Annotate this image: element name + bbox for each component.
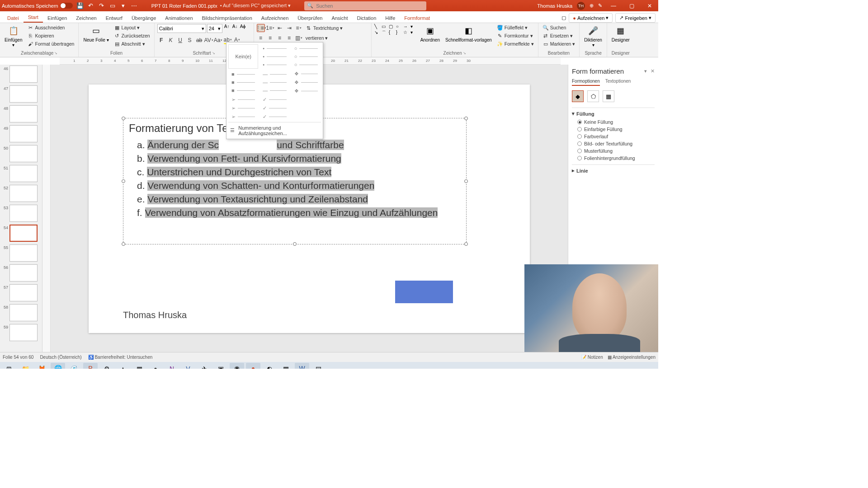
dictate-button[interactable]: 🎤Diktieren▾: [582, 24, 604, 48]
fill-slidebg-radio[interactable]: Folienhintergrundfüllung: [572, 155, 655, 162]
thumbnail-slide-48[interactable]: 48: [1, 105, 41, 122]
slide-author-text[interactable]: Thomas Hruska: [123, 310, 187, 320]
thumbnail-slide-47[interactable]: 47: [1, 85, 41, 103]
telegram-icon[interactable]: ✈: [197, 363, 212, 369]
tab-animations[interactable]: Animationen: [160, 14, 197, 23]
resize-handle-w[interactable]: [122, 179, 125, 183]
save-icon[interactable]: 💾: [76, 2, 84, 9]
thumbnail-slide-53[interactable]: 53: [1, 205, 41, 222]
clear-format-icon[interactable]: Aϕ: [240, 24, 247, 33]
resize-handle-se[interactable]: [464, 242, 468, 246]
shape-more-icon[interactable]: ▾: [410, 24, 417, 29]
thumbnail-slide-55[interactable]: 55: [1, 244, 41, 262]
bullet-option-disc[interactable]: •••: [259, 44, 289, 69]
numbering-button[interactable]: 1≡: [266, 24, 274, 32]
tab-shape-format[interactable]: Formformat: [400, 14, 434, 23]
shape-arrow-icon[interactable]: →: [403, 24, 410, 29]
shape-outline-button[interactable]: ✎Formkontur ▾: [495, 32, 535, 39]
bullet-option-none[interactable]: Kein(e): [228, 44, 258, 69]
quick-styles-button[interactable]: ◧Schnellformat-vorlagen: [443, 24, 494, 43]
thumbnail-slide-54[interactable]: 54: [1, 225, 41, 242]
increase-font-icon[interactable]: A↑: [223, 24, 231, 33]
shadow-button[interactable]: S: [186, 36, 194, 44]
qat-overflow-icon[interactable]: ⋯: [131, 2, 138, 9]
maximize-button[interactable]: ▢: [625, 3, 638, 9]
app-icon-3[interactable]: ●: [148, 363, 163, 369]
shape-fill-button[interactable]: 🪣Fülleffekt ▾: [495, 24, 535, 31]
tab-help[interactable]: Hilfe: [381, 14, 400, 23]
decrease-font-icon[interactable]: A↓: [231, 24, 239, 33]
format-painter-button[interactable]: 🖌Format übertragen: [26, 40, 75, 47]
strike-button[interactable]: ab: [195, 36, 203, 44]
section-button[interactable]: ▤Abschnitt ▾: [113, 40, 151, 47]
fill-solid-radio[interactable]: Einfarbige Füllung: [572, 126, 655, 133]
explorer-icon[interactable]: 📁: [18, 363, 33, 369]
recording-icon[interactable]: ●: [246, 363, 260, 369]
shape-line2-icon[interactable]: ↘: [374, 30, 381, 36]
bullet-option-square[interactable]: ■■■: [228, 70, 258, 94]
find-button[interactable]: 🔍Suchen: [541, 24, 577, 31]
share-button[interactable]: ↗Freigeben▾: [615, 13, 656, 23]
new-slide-button[interactable]: ▭ Neue Folie ▾: [81, 24, 110, 43]
size-tab-icon[interactable]: ▦: [603, 90, 614, 102]
search-input[interactable]: [316, 3, 424, 9]
line-spacing-button[interactable]: ≡: [295, 24, 303, 32]
coming-soon-icon[interactable]: ⊕: [590, 3, 594, 9]
font-launcher[interactable]: ↘: [212, 51, 215, 55]
redo-icon[interactable]: ↷: [98, 2, 105, 9]
blue-rectangle-shape[interactable]: [395, 281, 453, 303]
display-settings[interactable]: ▦ Anzeigeeinstellungen: [608, 355, 656, 360]
chrome-icon[interactable]: 🌐: [51, 363, 65, 369]
app-icon-1[interactable]: ⚙: [99, 363, 114, 369]
columns-button[interactable]: ▥: [295, 34, 303, 42]
more-qat-icon[interactable]: ▾: [120, 2, 127, 9]
shape-curve-icon[interactable]: ⌒: [382, 30, 388, 36]
font-name-combo[interactable]: Calibri▾: [157, 24, 206, 33]
save-location[interactable]: • Auf "diesem PC" gespeichert ▾: [220, 3, 291, 9]
bullets-button[interactable]: ⋮≡: [257, 24, 265, 32]
autosave-toggle[interactable]: Automatisches Speichern: [2, 3, 73, 9]
start-menu-icon[interactable]: ⊞: [2, 363, 16, 369]
decrease-indent-button[interactable]: ⇤: [276, 24, 284, 32]
replace-button[interactable]: ⇄Ersetzen ▾: [541, 32, 577, 39]
justify-button[interactable]: ≡: [285, 34, 293, 42]
thumbnail-slide-51[interactable]: 51: [1, 165, 41, 182]
bullets-more-option[interactable]: ☰ Nummerierung und Aufzählungszeichen...: [228, 122, 321, 137]
fill-pattern-radio[interactable]: Musterfüllung: [572, 147, 655, 155]
undo-icon[interactable]: ↶: [87, 2, 94, 9]
powerpoint-icon[interactable]: P: [83, 363, 98, 369]
thumbnail-slide-58[interactable]: 58: [1, 304, 41, 321]
app-icon-5[interactable]: ◐: [262, 363, 277, 369]
thumbnail-slide-50[interactable]: 50: [1, 145, 41, 162]
shape-line-icon[interactable]: ╲: [374, 24, 381, 29]
bullet-option-circle[interactable]: ○○○: [291, 44, 321, 69]
paste-button[interactable]: 📋 Einfügen▾: [3, 24, 24, 48]
word-icon[interactable]: W: [295, 363, 309, 369]
thumbnail-slide-49[interactable]: 49: [1, 125, 41, 142]
resize-handle-ne[interactable]: [464, 117, 468, 120]
search-box[interactable]: 🔍: [304, 1, 426, 10]
arrange-button[interactable]: ▣Anordnen: [419, 24, 442, 43]
tab-file[interactable]: Datei: [3, 14, 24, 23]
vlc-icon[interactable]: ▲: [116, 363, 130, 369]
record-button[interactable]: ●Aufzeichnen▾: [569, 13, 613, 23]
resize-handle-sw[interactable]: [122, 242, 125, 246]
tab-transitions[interactable]: Übergänge: [127, 14, 160, 23]
convert-smartart-button[interactable]: vertieren ▾: [304, 35, 330, 41]
cut-button[interactable]: ✂Ausschneiden: [26, 24, 75, 31]
slide-body-text[interactable]: a. Änderung der Sc und Schriftfarbe b. V…: [123, 138, 466, 220]
minimize-button[interactable]: —: [607, 3, 620, 9]
firefox-icon[interactable]: 🦊: [34, 363, 49, 369]
tab-view[interactable]: Ansicht: [327, 14, 352, 23]
resize-handle-nw[interactable]: [122, 117, 125, 120]
bullet-option-diamond[interactable]: ❖❖❖: [291, 70, 321, 94]
line-section-header[interactable]: ▸Linie: [572, 168, 655, 174]
weather-icon[interactable]: ☁: [652, 366, 656, 369]
slideshow-icon[interactable]: ▭: [109, 2, 116, 9]
obs-icon[interactable]: ◉: [230, 363, 244, 369]
thumbnail-slide-59[interactable]: 59: [1, 324, 41, 341]
text-direction-button[interactable]: ⇅Textrichtung ▾: [304, 24, 344, 32]
shape-effects-button[interactable]: ✨Formeffekte ▾: [495, 40, 535, 47]
shape-star-icon[interactable]: ☆: [403, 30, 410, 36]
drawing-launcher[interactable]: ↘: [463, 51, 466, 55]
